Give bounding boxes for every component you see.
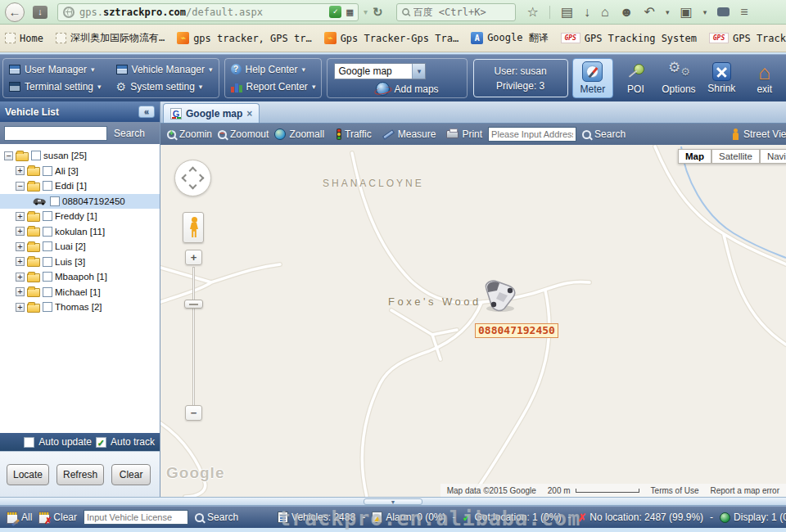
locate-button[interactable]: Locate	[7, 464, 49, 485]
vehicle-license-input[interactable]	[84, 510, 188, 525]
zoomin-button[interactable]: +Zoomin	[167, 128, 212, 140]
downloads-icon[interactable]: ↓	[584, 5, 590, 20]
terms-link[interactable]: Terms of Use	[651, 486, 699, 495]
tree-expander-icon[interactable]: −	[4, 151, 13, 160]
tree-node-luai[interactable]: +Luai [2]	[0, 239, 160, 255]
security-shield-icon[interactable]: ✓	[329, 6, 341, 18]
map-source-select[interactable]: Google map▾	[334, 63, 426, 79]
zoom-slider-handle[interactable]	[184, 300, 203, 309]
tree-expander-icon[interactable]: −	[16, 182, 25, 191]
tree-checkbox[interactable]	[43, 272, 52, 282]
tree-node-susan[interactable]: −susan [25]	[0, 148, 160, 164]
feedback-icon[interactable]: ☻	[620, 5, 634, 20]
tree-checkbox[interactable]	[43, 241, 52, 251]
reload-icon[interactable]: ↻	[373, 5, 383, 20]
tree-node-vehicle-088047192450[interactable]: 088047192450	[0, 194, 160, 210]
tree-node-thomas[interactable]: +Thomas [2]	[0, 300, 160, 315]
tab-google-map[interactable]: G Google map ×	[163, 103, 260, 123]
zoom-out-control[interactable]: −	[185, 405, 202, 421]
tree-checkbox[interactable]	[43, 257, 52, 267]
shrink-button[interactable]: Shrink	[701, 58, 742, 98]
bookmark-star-icon[interactable]: ☆	[527, 4, 539, 20]
screenshot-icon[interactable]: ▣	[680, 4, 693, 20]
tree-expander-icon[interactable]: +	[16, 303, 25, 312]
select-all-button[interactable]: All	[7, 512, 32, 524]
tree-node-ali[interactable]: +Ali [3]	[0, 164, 160, 179]
tree-checkbox[interactable]	[43, 166, 52, 176]
tree-checkbox[interactable]	[43, 181, 52, 191]
tree-node-michael[interactable]: +Michael [1]	[0, 285, 160, 300]
zoom-in-control[interactable]: +	[185, 250, 202, 265]
street-view-button[interactable]: Street View	[732, 128, 786, 141]
vehicle-search-input[interactable]	[4, 126, 107, 141]
browser-search-input[interactable]	[413, 7, 504, 18]
pegman-control[interactable]	[183, 212, 204, 243]
menu-user-manager[interactable]: User Manager▾	[9, 64, 102, 75]
bookmark-gps-tracker-2[interactable]: Gps Tracker-Gps Tra…	[324, 32, 459, 44]
auto-update-checkbox[interactable]	[24, 437, 34, 448]
map-type-navigas[interactable]: Navigas	[760, 149, 786, 164]
bookmark-logistics[interactable]: 深圳奥加国际物流有…	[56, 31, 165, 45]
tree-expander-icon[interactable]: +	[16, 227, 25, 236]
screenshot-dropdown-icon[interactable]: ▾	[703, 8, 707, 16]
bookmark-gps-tracking-system[interactable]: GPSGPS Tracking System	[561, 33, 697, 44]
pan-down-icon[interactable]	[189, 182, 197, 190]
menu-icon[interactable]: ≡	[740, 5, 748, 20]
tree-checkbox[interactable]	[50, 196, 60, 206]
status-search-button[interactable]: Search	[195, 512, 238, 523]
bookmark-google-translate[interactable]: AGoogle 翻译	[471, 31, 549, 45]
clear-selection-button[interactable]: Clear	[38, 512, 77, 524]
google-logo[interactable]: Google	[166, 464, 224, 482]
browser-search-box[interactable]	[396, 3, 516, 21]
tab-list-icon[interactable]: ↓	[33, 6, 47, 19]
menu-report-center[interactable]: Report Center▾	[231, 81, 316, 92]
print-button[interactable]: Print	[446, 128, 482, 140]
tree-checkbox[interactable]	[31, 151, 41, 160]
vehicle-search-button[interactable]: Search	[114, 128, 145, 139]
tree-expander-icon[interactable]: +	[16, 212, 25, 221]
auto-track-checkbox[interactable]: ✓	[96, 437, 106, 448]
report-error-link[interactable]: Report a map error	[711, 486, 779, 495]
measure-button[interactable]: Measure	[382, 128, 436, 140]
horizontal-splitter[interactable]: ▼	[0, 497, 786, 506]
exit-button[interactable]: ⌂exit	[744, 58, 785, 98]
clear-button[interactable]: Clear	[111, 464, 151, 485]
pan-up-icon[interactable]	[189, 167, 197, 175]
zoomout-button[interactable]: −Zoomout	[218, 128, 269, 140]
home-icon[interactable]: ⌂	[601, 5, 609, 20]
address-input[interactable]	[488, 127, 576, 142]
chat-bubble-icon[interactable]	[717, 7, 730, 16]
refresh-button[interactable]: Refresh	[56, 464, 104, 485]
tree-node-freddy[interactable]: +Freddy [1]	[0, 209, 160, 224]
menu-help-center[interactable]: ?Help Center▾	[231, 64, 316, 75]
map-canvas[interactable]: Map Satellite Navigas + − SHANACLOYNE Fo…	[160, 145, 786, 497]
bookmarks-menu-icon[interactable]: ▤	[561, 4, 573, 20]
tab-close-icon[interactable]: ×	[246, 108, 252, 119]
tree-expander-icon[interactable]: +	[16, 242, 25, 251]
poi-button[interactable]: POI	[615, 58, 656, 98]
zoomall-button[interactable]: Zoomall	[274, 128, 324, 140]
tree-checkbox[interactable]	[43, 287, 52, 297]
traffic-button[interactable]: Traffic	[337, 128, 372, 140]
vehicle-marker[interactable]	[478, 276, 522, 313]
tree-node-kokulan[interactable]: +kokulan [11]	[0, 224, 160, 240]
tree-node-eddi[interactable]: −Eddi [1]	[0, 178, 160, 194]
menu-system-setting[interactable]: ⚙System setting▾	[116, 81, 213, 92]
bookmark-gps-tracking-system-2[interactable]: GPSGPS Tracking System	[709, 33, 786, 44]
address-bar[interactable]: gps.sztrackpro.com/default.aspx ✓ ▦	[57, 3, 359, 21]
tree-expander-icon[interactable]: +	[16, 273, 25, 282]
vehicle-marker-label[interactable]: 088047192450	[475, 323, 558, 338]
urlbar-dropdown-icon[interactable]: ▾	[364, 7, 368, 16]
options-button[interactable]: ⚙⚙Options	[658, 58, 699, 98]
bookmark-gps-tracker[interactable]: gps tracker, GPS tr…	[177, 32, 312, 44]
map-type-map[interactable]: Map	[678, 149, 711, 164]
tree-checkbox[interactable]	[43, 302, 52, 312]
tree-expander-icon[interactable]: +	[16, 287, 25, 296]
tree-checkbox[interactable]	[43, 227, 52, 237]
menu-vehicle-manager[interactable]: Vehicle Manager▾	[116, 64, 213, 75]
tree-checkbox[interactable]	[43, 211, 52, 221]
bookmark-home[interactable]: Home	[5, 33, 43, 44]
map-type-satellite[interactable]: Satellite	[711, 149, 760, 164]
map-pan-control[interactable]	[174, 160, 211, 196]
tree-node-luis[interactable]: +Luis [3]	[0, 255, 160, 270]
